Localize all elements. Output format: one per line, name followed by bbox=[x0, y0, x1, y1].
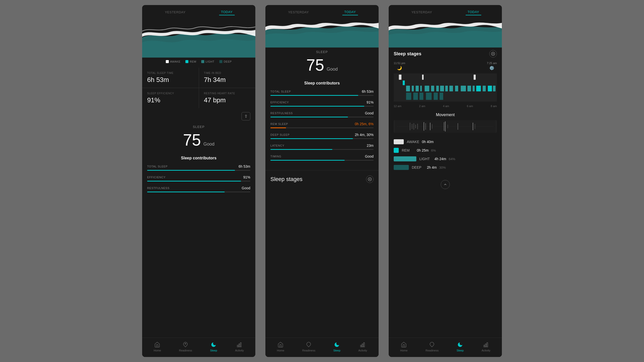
sleep-label-1: SLEEP bbox=[147, 125, 250, 129]
home-icon-2 bbox=[277, 341, 284, 348]
tab-label-readiness-3: Readiness bbox=[425, 349, 438, 352]
score-number-1: 75 bbox=[183, 131, 201, 149]
c2-restfulness: RESTFULNESS Good bbox=[270, 111, 374, 117]
svg-rect-24 bbox=[440, 86, 444, 92]
tab-sleep-2[interactable]: Sleep bbox=[333, 341, 340, 352]
svg-rect-20 bbox=[420, 86, 422, 92]
stage-legend: AWAKE 0h 40m REM 0h 25m 6% LIGHT 4h 24m … bbox=[389, 135, 502, 177]
stages-expand-btn-3[interactable] bbox=[489, 50, 497, 58]
svg-rect-22 bbox=[431, 86, 434, 92]
activity-icon-1 bbox=[236, 341, 243, 348]
stages-header: Sleep stages bbox=[394, 50, 497, 58]
tab-readiness-3[interactable]: Readiness bbox=[425, 341, 438, 352]
stages-expand-button[interactable] bbox=[366, 175, 374, 183]
stages-preview-section: Sleep stages bbox=[265, 170, 379, 186]
awake-color bbox=[394, 139, 404, 144]
top-navigation-2: YESTERDAY TODAY bbox=[265, 5, 379, 17]
tab-activity-3[interactable]: Activity bbox=[481, 341, 490, 352]
light-color bbox=[394, 156, 416, 161]
svg-rect-39 bbox=[434, 93, 438, 100]
tab-label-home-3: Home bbox=[400, 349, 408, 352]
svg-rect-33 bbox=[488, 86, 492, 92]
share-button[interactable]: ⇧ bbox=[242, 112, 250, 120]
scroll-up-button[interactable] bbox=[441, 180, 450, 189]
svg-rect-8 bbox=[364, 343, 365, 347]
bottom-nav-2: Home Readiness Sleep Activity bbox=[265, 338, 379, 357]
tab-label-home-1: Home bbox=[154, 349, 161, 352]
sleep-icon-3 bbox=[457, 341, 463, 348]
tab-home-3[interactable]: Home bbox=[400, 341, 408, 352]
nav-yesterday-1[interactable]: YESTERDAY bbox=[163, 9, 187, 15]
stat-total-sleep: TOTAL SLEEP TIME 6h 53m bbox=[142, 68, 199, 88]
tab-activity-2[interactable]: Activity bbox=[358, 341, 367, 352]
scroll-area-2[interactable]: SLEEP 75 Good Sleep contributors TOTAL S… bbox=[265, 48, 379, 338]
bottom-nav-3: Home Readiness Sleep Activity bbox=[389, 338, 502, 357]
movement-section: Movement bbox=[389, 110, 502, 135]
score-quality-1: Good bbox=[204, 142, 215, 147]
stages-preview-title: Sleep stages bbox=[270, 176, 302, 183]
svg-rect-25 bbox=[445, 86, 448, 92]
svg-rect-26 bbox=[449, 86, 453, 92]
svg-rect-35 bbox=[406, 93, 411, 100]
svg-rect-23 bbox=[436, 86, 439, 92]
nav-today-1[interactable]: TODAY bbox=[219, 9, 235, 15]
legend-awake: AWAKE bbox=[166, 60, 180, 63]
legend-item-deep: DEEP 2h 4m 30% bbox=[394, 165, 497, 170]
c2-latency: LATENCY 23m bbox=[270, 144, 374, 150]
time-axis: 12 am 2 am 4 am 6 am 8 am bbox=[394, 105, 497, 108]
tab-activity-1[interactable]: Activity bbox=[235, 341, 244, 352]
c2-deep-sleep: DEEP SLEEP 2h 4m, 30% bbox=[270, 133, 374, 139]
svg-rect-30 bbox=[473, 86, 475, 92]
svg-rect-17 bbox=[406, 86, 410, 92]
svg-rect-32 bbox=[483, 86, 486, 92]
tab-home-2[interactable]: Home bbox=[277, 341, 284, 352]
svg-rect-31 bbox=[476, 86, 481, 92]
contributors-title-2: Sleep contributors bbox=[270, 81, 374, 85]
nav-today-2[interactable]: TODAY bbox=[342, 9, 358, 15]
sleep-stages-section: Sleep stages 11:51 pm 🌙 7:25 am ⚙️ bbox=[389, 48, 502, 110]
legend-rem: REM bbox=[185, 60, 196, 63]
svg-rect-27 bbox=[455, 86, 458, 92]
svg-rect-21 bbox=[425, 86, 429, 92]
scroll-area-1[interactable]: ⇧ SLEEP 75 Good Sleep contributors TOTAL… bbox=[142, 110, 255, 338]
score-quality-2: Good bbox=[327, 67, 338, 72]
c2-timing: TIMING Good bbox=[270, 154, 374, 161]
panel-3: YESTERDAY TODAY Sleep stages 11:51 pm 🌙 bbox=[389, 5, 502, 357]
svg-rect-40 bbox=[439, 93, 443, 100]
readiness-icon-2 bbox=[305, 341, 312, 348]
end-time-label: 7:25 am bbox=[487, 62, 497, 65]
tab-home-1[interactable]: Home bbox=[154, 341, 161, 352]
contributors-1: Sleep contributors TOTAL SLEEP 6h 53m EF… bbox=[142, 153, 255, 199]
share-area: ⇧ bbox=[142, 110, 255, 122]
sleep-wave-2 bbox=[265, 17, 379, 48]
svg-rect-7 bbox=[362, 344, 363, 347]
svg-rect-1 bbox=[239, 344, 240, 347]
contributor-efficiency: EFFICIENCY 91% bbox=[147, 175, 250, 182]
contributors-title-1: Sleep contributors bbox=[147, 156, 250, 160]
svg-rect-13 bbox=[399, 75, 401, 80]
tab-sleep-1[interactable]: Sleep bbox=[210, 341, 217, 352]
tab-readiness-1[interactable]: Readiness bbox=[179, 341, 192, 352]
activity-icon-3 bbox=[483, 341, 489, 348]
svg-rect-0 bbox=[237, 345, 238, 347]
tab-label-sleep-1: Sleep bbox=[210, 349, 217, 352]
top-navigation-1: YESTERDAY TODAY bbox=[142, 5, 255, 17]
svg-rect-28 bbox=[461, 86, 466, 92]
svg-rect-58 bbox=[484, 345, 485, 347]
movement-chart bbox=[394, 120, 497, 133]
start-time-label: 11:51 pm bbox=[394, 62, 405, 65]
scroll-area-3[interactable]: Sleep stages 11:51 pm 🌙 7:25 am ⚙️ bbox=[389, 48, 502, 338]
tab-label-activity-3: Activity bbox=[481, 349, 490, 352]
tab-readiness-2[interactable]: Readiness bbox=[302, 341, 315, 352]
svg-rect-60 bbox=[487, 343, 488, 347]
nav-yesterday-2[interactable]: YESTERDAY bbox=[286, 9, 311, 15]
sun-icon: ⚙️ bbox=[489, 66, 494, 70]
c2-efficiency: EFFICIENCY 91% bbox=[270, 100, 374, 107]
tab-sleep-3[interactable]: Sleep bbox=[457, 341, 464, 352]
svg-rect-6 bbox=[360, 345, 361, 347]
home-icon-3 bbox=[400, 341, 407, 348]
sleep-stage-chart bbox=[394, 72, 497, 103]
nav-today-3[interactable]: TODAY bbox=[466, 9, 481, 15]
sleep-icon-2 bbox=[334, 341, 340, 348]
nav-yesterday-3[interactable]: YESTERDAY bbox=[409, 9, 434, 15]
